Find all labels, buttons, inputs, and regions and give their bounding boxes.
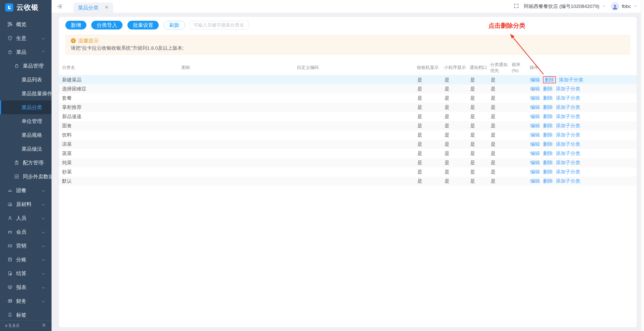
delete-link[interactable]: 删除 (543, 169, 553, 174)
edit-link[interactable]: 编辑 (530, 169, 540, 174)
sidebar-item-tags[interactable]: 标签 (0, 308, 52, 322)
sidebar-item-reports[interactable]: 报表 (0, 280, 52, 294)
column-header: 图标 (179, 61, 295, 75)
store-name[interactable]: 阿杨西餐餐饮店 (编号1020842079) (524, 3, 599, 10)
sidebar-item-members[interactable]: 会员 (0, 225, 52, 239)
cell-code (295, 75, 415, 84)
add-subcategory-link[interactable]: 添加子分类 (556, 169, 580, 174)
add-subcategory-link[interactable]: 添加子分类 (556, 141, 580, 147)
add-subcategory-link[interactable]: 添加子分类 (559, 77, 583, 82)
add-subcategory-link[interactable]: 添加子分类 (556, 151, 580, 156)
notice-title: 温馨提示 (78, 37, 99, 44)
cell-notify: 是 (489, 140, 510, 149)
cell-icon (179, 84, 295, 94)
sidebar-item-label: 菜品做法 (22, 146, 42, 152)
lakala-logo-icon (5, 3, 13, 12)
username[interactable]: fbbc (622, 4, 631, 9)
edit-link[interactable]: 编辑 (530, 77, 540, 82)
add-subcategory-link[interactable]: 添加子分类 (556, 95, 580, 101)
add-subcategory-link[interactable]: 添加子分类 (556, 178, 580, 184)
delete-link[interactable]: 删除 (543, 123, 553, 128)
notice-description: 请把“拉卡拉云收银收银系统”升级到1.6.0及以上版本; (71, 45, 625, 51)
sidebar-item-dish-method[interactable]: 菜品做法 (0, 142, 52, 156)
sync-icon (14, 174, 19, 179)
delete-link[interactable]: 删除 (543, 151, 553, 156)
refresh-button[interactable]: 刷新 (164, 21, 185, 29)
sidebar-item-finance[interactable]: 财务 (0, 294, 52, 308)
add-subcategory-link[interactable]: 添加子分类 (556, 86, 580, 91)
table-row: 凉菜是是是是编辑删除添加子分类 (59, 140, 637, 149)
sidebar-item-settlement[interactable]: 结算 (0, 266, 52, 280)
sidebar-item-materials[interactable]: 原材料 (0, 197, 52, 211)
chevron-down-icon[interactable] (633, 4, 637, 9)
add-button[interactable]: 新增 (65, 21, 86, 29)
delete-link[interactable]: 删除 (543, 95, 553, 101)
sidebar-item-staff[interactable]: 人员 (0, 211, 52, 225)
cell-icon (179, 121, 295, 130)
tab-dish-category[interactable]: 菜品分类 (73, 3, 113, 13)
cell-code (295, 112, 415, 121)
import-category-button[interactable]: 分类导入 (91, 21, 123, 29)
cell-mini: 是 (442, 177, 468, 186)
delete-link[interactable]: 删除 (543, 86, 553, 91)
delete-link[interactable]: 删除 (543, 132, 553, 138)
delete-link[interactable]: 删除 (543, 105, 553, 110)
fullscreen-icon[interactable] (514, 3, 519, 10)
sidebar-item-overview[interactable]: 概览 (0, 17, 52, 31)
sidebar-item-dishes[interactable]: 菜品 (0, 45, 52, 59)
edit-link[interactable]: 编辑 (530, 95, 540, 101)
edit-link[interactable]: 编辑 (530, 105, 540, 110)
edit-link[interactable]: 编辑 (530, 151, 540, 156)
edit-link[interactable]: 编辑 (530, 132, 540, 138)
cell-name: 凉菜 (59, 140, 179, 149)
sidebar-item-split-account[interactable]: 分账 (0, 253, 52, 266)
add-subcategory-link[interactable]: 添加子分类 (556, 160, 580, 165)
sidebar-item-dish-list[interactable]: 菜品列表 (0, 73, 52, 87)
table-row: 默认是是是是编辑删除添加子分类 (59, 177, 637, 186)
cell-tax (510, 167, 528, 177)
avatar[interactable] (611, 2, 619, 11)
batch-settings-button[interactable]: 批量设置 (127, 21, 159, 29)
chevron-down-icon[interactable] (602, 4, 606, 9)
edit-link[interactable]: 编辑 (530, 114, 540, 119)
person-icon (7, 215, 13, 221)
gear-icon[interactable] (41, 323, 46, 329)
delete-link[interactable]: 删除 (543, 114, 553, 119)
sidebar-item-marketing[interactable]: 营销 (0, 239, 52, 253)
add-subcategory-link[interactable]: 添加子分类 (556, 114, 580, 119)
add-subcategory-link[interactable]: 添加子分类 (556, 105, 580, 110)
search-input[interactable] (190, 21, 248, 29)
cell-mini: 是 (442, 167, 468, 177)
sidebar-item-recipe[interactable]: 配方管理 (0, 156, 52, 170)
edit-link[interactable]: 编辑 (530, 123, 540, 128)
sidebar-item-group-meal[interactable]: 团餐 (0, 183, 52, 197)
edit-link[interactable]: 编辑 (530, 160, 540, 165)
edit-link[interactable]: 编辑 (530, 141, 540, 147)
sidebar-item-business[interactable]: 生意 (0, 31, 52, 45)
delete-link[interactable]: 删除 (543, 178, 553, 184)
menu-fold-icon[interactable] (57, 4, 63, 9)
cell-tax (510, 130, 528, 140)
sidebar-item-sync-takeout[interactable]: 同步外卖数据 (0, 170, 52, 183)
delete-link[interactable]: 删除 (543, 76, 556, 83)
sidebar-item-dish-spec[interactable]: 菜品规格 (0, 128, 52, 142)
delete-link[interactable]: 删除 (543, 141, 553, 147)
sidebar-item-dish-management[interactable]: 菜品管理 (0, 59, 52, 73)
edit-link[interactable]: 编辑 (530, 178, 540, 184)
tag-icon (7, 312, 13, 318)
sidebar-item-dish-category[interactable]: 菜品分类 (0, 100, 52, 114)
close-icon[interactable] (105, 5, 109, 10)
table-row: 面食是是是是编辑删除添加子分类 (59, 121, 637, 130)
cell-icon (179, 75, 295, 84)
add-subcategory-link[interactable]: 添加子分类 (556, 132, 580, 138)
command-icon (7, 22, 13, 27)
sidebar-item-unit-management[interactable]: 单位管理 (0, 114, 52, 128)
edit-link[interactable]: 编辑 (530, 86, 540, 91)
delete-link[interactable]: 删除 (543, 160, 553, 165)
cell-icon (179, 112, 295, 121)
scrollbar[interactable] (641, 0, 644, 331)
cell-station: 是 (468, 167, 489, 177)
cell-code (295, 103, 415, 112)
add-subcategory-link[interactable]: 添加子分类 (556, 123, 580, 128)
sidebar-item-dish-batch[interactable]: 菜品批量操作 (0, 87, 52, 100)
